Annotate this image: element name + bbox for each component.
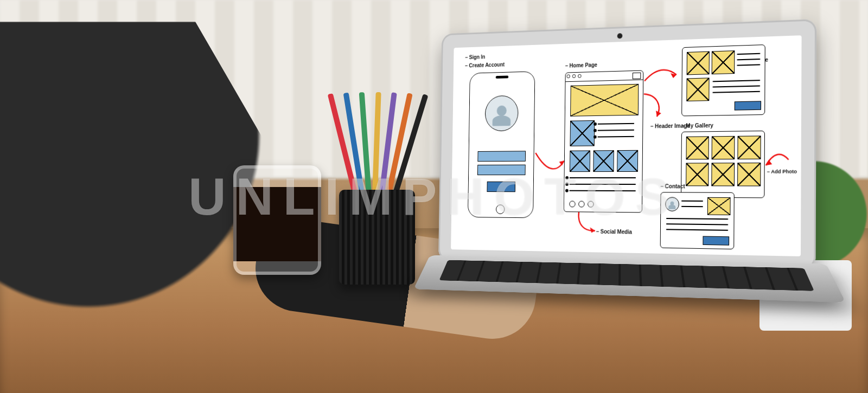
content-image [570, 120, 595, 146]
text-line [713, 80, 761, 82]
label-home-page: Home Page [565, 62, 597, 69]
webcam-icon [617, 33, 623, 38]
label-sign-in: Sign In [465, 54, 485, 61]
home-page-frame [564, 70, 643, 213]
thumb-image [617, 150, 638, 172]
avatar-icon [485, 95, 519, 132]
arrow-icon [641, 89, 668, 122]
wireframe-canvas: Sign In Create Account [451, 35, 801, 256]
social-icon [578, 201, 584, 208]
profile-thumb [712, 50, 735, 74]
text-line [737, 53, 760, 55]
thumb-image [570, 150, 590, 172]
social-icon [588, 201, 594, 208]
contact-image [707, 197, 731, 215]
text-line [681, 201, 703, 202]
text-line [598, 123, 634, 125]
stock-photo-scene: Sign In Create Account [0, 0, 868, 393]
laptop-base [413, 255, 846, 302]
laptop: Sign In Create Account [437, 19, 816, 338]
browser-bar [566, 71, 643, 82]
text-line [666, 218, 728, 220]
label-social-media: Social Media [596, 229, 632, 235]
pencil-cup [339, 190, 415, 285]
text-line [737, 59, 760, 60]
arrow-icon [642, 64, 680, 87]
text-line [666, 229, 728, 231]
gallery-thumb [686, 136, 709, 159]
gallery-thumb [712, 136, 735, 159]
text-line [712, 91, 760, 93]
edit-profile-frame [681, 44, 765, 116]
profile-thumb [686, 78, 709, 101]
text-line [666, 223, 728, 225]
phone-home-icon [496, 204, 505, 214]
laptop-screen: Sign In Create Account [451, 35, 801, 256]
coffee-glass [233, 165, 321, 275]
laptop-lid: Sign In Create Account [438, 19, 816, 269]
contact-frame [660, 192, 735, 249]
username-field [477, 151, 526, 162]
arrow-icon [762, 149, 790, 171]
text-line [737, 64, 760, 66]
laptop-keyboard [439, 260, 814, 291]
arrow-icon [533, 145, 569, 177]
text-line [598, 136, 634, 138]
label-contact: Contact [661, 183, 685, 189]
label-create-account: Create Account [465, 62, 505, 69]
gallery-thumb [737, 136, 761, 159]
text-line [570, 190, 636, 191]
gallery-frame [681, 131, 765, 198]
gallery-thumb [686, 163, 709, 186]
signin-button [487, 182, 515, 192]
hero-image [570, 84, 639, 117]
save-button [735, 101, 761, 110]
send-button [703, 236, 729, 245]
password-field [477, 165, 526, 176]
signin-phone-frame [468, 71, 535, 218]
text-line [681, 206, 703, 207]
search-icon [633, 73, 641, 79]
text-line [712, 85, 760, 87]
text-line [598, 130, 634, 131]
gallery-thumb [737, 163, 761, 186]
text-line [570, 177, 636, 178]
gallery-thumb [711, 163, 735, 186]
text-line [570, 184, 636, 185]
label-add-photo: Add Photo [767, 169, 797, 175]
phone-speaker-icon [496, 75, 508, 78]
label-my-gallery: My Gallery [681, 123, 713, 129]
social-icon [569, 201, 575, 207]
profile-thumb [687, 51, 710, 75]
avatar-icon [665, 197, 679, 211]
thumb-image [593, 150, 614, 172]
